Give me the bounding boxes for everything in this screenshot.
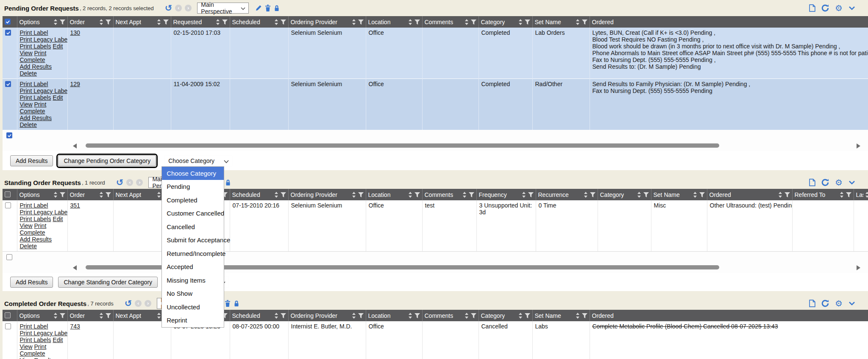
option-link-print[interactable]: Print: [34, 343, 46, 350]
add-results-button[interactable]: Add Results: [10, 155, 53, 166]
column-header-category[interactable]: Category: [479, 16, 532, 28]
sort-icon[interactable]: [157, 313, 161, 319]
dropdown-option-completed[interactable]: Completed: [162, 194, 224, 207]
select-all-header-checkbox[interactable]: [5, 19, 11, 25]
sort-icon[interactable]: [465, 19, 469, 25]
column-header-comments[interactable]: Comments: [422, 189, 476, 200]
option-link-view[interactable]: View: [20, 222, 33, 229]
sort-icon[interactable]: [408, 192, 412, 198]
refresh-icon[interactable]: [821, 300, 829, 307]
option-link-print-legacy-label[interactable]: Print Legacy Label: [20, 209, 68, 216]
dropdown-option-choose-category[interactable]: Choose Category: [162, 167, 224, 180]
sort-icon[interactable]: [576, 313, 580, 319]
settings-gear-icon[interactable]: ⚙: [835, 178, 843, 187]
scrollbar-thumb[interactable]: [86, 143, 719, 148]
option-link-edit[interactable]: Edit: [53, 43, 63, 50]
sort-icon[interactable]: [462, 192, 467, 198]
filter-icon[interactable]: [590, 192, 595, 197]
option-link-print-label[interactable]: Print Label: [20, 29, 48, 36]
standing-horizontal-scrollbar[interactable]: [3, 262, 868, 273]
select-all-checkbox[interactable]: [6, 132, 12, 138]
column-header-options[interactable]: Options: [17, 310, 67, 321]
option-link-add-results[interactable]: Add Results: [20, 63, 52, 70]
sort-icon[interactable]: [522, 192, 526, 198]
sort-icon[interactable]: [637, 192, 641, 198]
filter-icon[interactable]: [60, 313, 65, 318]
column-header-comments[interactable]: Comments: [422, 310, 479, 321]
filter-icon[interactable]: [281, 20, 286, 25]
dropdown-option-pending[interactable]: Pending: [162, 180, 224, 194]
column-header-scheduled[interactable]: Scheduled: [230, 16, 288, 28]
sort-icon[interactable]: [465, 313, 469, 319]
sort-icon[interactable]: [157, 19, 161, 25]
sort-icon[interactable]: [352, 313, 356, 319]
option-link-delete[interactable]: Delete: [20, 70, 37, 77]
category-select[interactable]: Choose Category: [164, 155, 232, 166]
option-link-print-legacy-label[interactable]: Print Legacy Label: [20, 87, 68, 94]
option-link-print-labels[interactable]: Print Labels: [20, 216, 51, 222]
lock-icon[interactable]: [274, 5, 280, 11]
option-link-delete[interactable]: Delete: [20, 243, 37, 250]
dropdown-option-cancelled[interactable]: Cancelled: [162, 220, 224, 234]
option-link-print-labels[interactable]: Print Labels: [20, 337, 51, 343]
option-link-print-legacy-label[interactable]: Print Legacy Label: [20, 330, 68, 337]
sort-icon[interactable]: [274, 313, 278, 319]
column-header-category[interactable]: Category: [479, 310, 532, 321]
option-link-add-results[interactable]: Add Results: [20, 115, 52, 121]
select-all-checkbox[interactable]: [6, 254, 12, 260]
add-results-button[interactable]: Add Results: [10, 277, 53, 288]
filter-icon[interactable]: [525, 313, 530, 318]
edit-perspective-icon[interactable]: [255, 5, 262, 11]
sort-icon[interactable]: [518, 313, 523, 319]
option-link-complete[interactable]: Complete: [20, 350, 45, 357]
filter-icon[interactable]: [469, 192, 474, 197]
filter-icon[interactable]: [471, 20, 476, 25]
filter-icon[interactable]: [528, 192, 534, 197]
prev-page-button[interactable]: ‹: [135, 300, 142, 307]
column-header-scheduled[interactable]: Scheduled: [230, 310, 288, 321]
option-link-print-label[interactable]: Print Label: [20, 323, 48, 330]
scroll-right-arrow[interactable]: [857, 143, 860, 149]
sort-icon[interactable]: [352, 192, 356, 198]
filter-icon[interactable]: [106, 313, 111, 318]
dropdown-option-no-show[interactable]: No Show: [162, 287, 224, 300]
filter-icon[interactable]: [358, 20, 364, 25]
filter-icon[interactable]: [281, 313, 286, 318]
option-link-edit[interactable]: Edit: [53, 94, 63, 101]
dropdown-option-submit-for-acceptance[interactable]: Submit for Acceptance: [162, 233, 224, 247]
scroll-left-arrow[interactable]: [73, 265, 77, 270]
filter-icon[interactable]: [699, 192, 705, 197]
collapse-section-icon[interactable]: [849, 180, 855, 185]
option-link-edit[interactable]: Edit: [53, 216, 63, 222]
filter-icon[interactable]: [222, 20, 228, 25]
sort-icon[interactable]: [584, 192, 588, 198]
new-document-icon[interactable]: [809, 300, 815, 307]
dropdown-option-returned-incomplete[interactable]: Returned/Incomplete: [162, 247, 224, 261]
row-checkbox[interactable]: [5, 81, 11, 87]
column-header-referred_to[interactable]: Referred To: [792, 189, 854, 200]
sort-icon[interactable]: [99, 192, 103, 198]
sort-icon[interactable]: [216, 19, 220, 25]
column-header-ordered[interactable]: Ordered: [707, 189, 792, 200]
option-link-complete[interactable]: Complete: [20, 229, 45, 236]
column-header-last[interactable]: Last: [854, 189, 868, 200]
option-link-print[interactable]: Print: [34, 222, 46, 229]
sort-icon[interactable]: [99, 19, 103, 25]
option-link-delete[interactable]: Delete: [20, 121, 37, 128]
filter-icon[interactable]: [106, 20, 111, 25]
column-header-set_name[interactable]: Set Name: [651, 189, 707, 200]
column-header-category[interactable]: Category: [598, 189, 651, 200]
next-page-button[interactable]: ›: [136, 179, 143, 186]
undo-icon[interactable]: ↺: [165, 4, 172, 13]
sort-icon[interactable]: [53, 19, 58, 25]
filter-icon[interactable]: [281, 192, 286, 197]
sort-icon[interactable]: [53, 192, 58, 198]
option-link-print-label[interactable]: Print Label: [20, 202, 48, 209]
select-all-header-checkbox[interactable]: [5, 312, 11, 318]
scroll-right-arrow[interactable]: [857, 265, 860, 270]
option-link-complete[interactable]: Complete: [20, 56, 45, 63]
option-link-view[interactable]: View: [20, 50, 33, 56]
dropdown-option-reprint[interactable]: Reprint: [162, 314, 224, 327]
option-link-view[interactable]: View: [20, 101, 33, 108]
column-header-provider[interactable]: Ordering Provider: [288, 189, 366, 200]
